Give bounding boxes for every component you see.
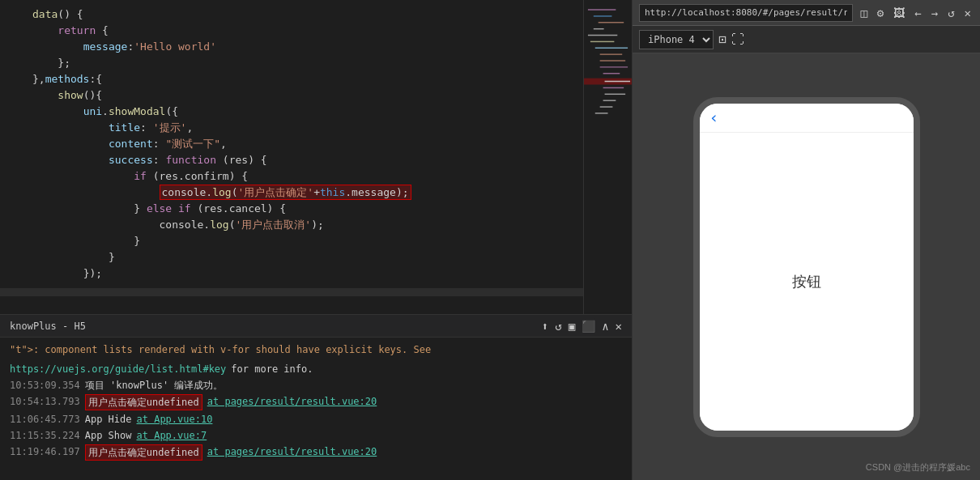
console-icon-6[interactable]: ✕ — [616, 320, 622, 333]
console-text: App Hide — [85, 412, 132, 427]
code-line: content: "测试一下", — [0, 136, 583, 152]
line-content: } else if (res.cancel) { — [26, 201, 583, 217]
code-scrollbar[interactable] — [0, 288, 583, 296]
phone-button-label: 按钮 — [792, 272, 821, 291]
console-icons: ⬆ ↺ ▣ ⬛ ∧ ✕ — [542, 320, 622, 333]
rotate-icon[interactable]: ⊡ — [718, 32, 726, 47]
line-content: data() { — [26, 6, 583, 23]
console-line: 10:53:09.354 项目 'knowPlus' 编译成功。 — [10, 378, 622, 393]
console-line: 10:54:13.793 用户点击确定undefined at pages/re… — [10, 394, 622, 410]
toolbar-btn-refresh[interactable]: ↺ — [945, 5, 957, 21]
console-line: 11:06:45.773 App Hide at App.vue:10 — [10, 412, 622, 427]
line-content: } — [26, 249, 583, 265]
code-line: if (res.confirm) { — [0, 168, 583, 185]
code-line: },methods:{ — [0, 71, 583, 87]
console-text: 项目 'knowPlus' 编译成功。 — [85, 378, 224, 393]
console-error-text: 用户点击确定undefined — [85, 394, 202, 410]
console-text: App Show — [85, 428, 132, 443]
line-content: return { — [26, 23, 583, 39]
line-content: title: '提示', — [26, 120, 583, 136]
main-area: data() { return { message:'Hello world' … — [0, 0, 980, 480]
toolbar-btn-close[interactable]: ✕ — [962, 5, 974, 21]
toolbar-btn-gear[interactable]: ⚙ — [875, 5, 886, 21]
console-icon-2[interactable]: ↺ — [555, 320, 561, 333]
code-scroll-area[interactable]: data() { return { message:'Hello world' … — [0, 0, 583, 314]
code-line: } — [0, 233, 583, 249]
line-content: }; — [26, 55, 583, 71]
phone-preview-area: ‹ 按钮 CSDN @进击的程序媛abc — [633, 53, 980, 480]
code-line: }; — [0, 55, 583, 71]
toolbar-btn-back[interactable]: ← — [912, 5, 923, 21]
line-content: message:'Hello world' — [26, 39, 583, 55]
line-content: success: function (res) { — [26, 152, 583, 168]
console-info-text: for more info. — [231, 362, 313, 376]
url-bar[interactable] — [639, 4, 853, 22]
line-content: content: "测试一下", — [26, 136, 583, 152]
device-selector[interactable]: iPhone 4 iPhone 6 iPad — [639, 30, 714, 49]
editor-panel: data() { return { message:'Hello world' … — [0, 0, 632, 480]
code-line: success: function (res) { — [0, 152, 583, 168]
code-line: message:'Hello world' — [0, 39, 583, 55]
console-link-vuejs[interactable]: https://vuejs.org/guide/list.html#key — [10, 362, 226, 376]
line-content: show(){ — [26, 87, 583, 104]
console-link-app2[interactable]: at App.vue:7 — [137, 428, 207, 443]
console-time: 11:15:35.224 — [10, 428, 80, 443]
code-line: } else if (res.cancel) { — [0, 201, 583, 217]
line-content: if (res.confirm) { — [26, 168, 583, 185]
console-panel: knowPlus - H5 ⬆ ↺ ▣ ⬛ ∧ ✕ "t">: componen… — [0, 314, 632, 480]
code-line: uni.showModal({ — [0, 104, 583, 120]
console-time: 11:06:45.773 — [10, 412, 80, 427]
line-content: console.log('用户点击取消'); — [26, 217, 583, 233]
toolbar-btn-forward[interactable]: → — [929, 5, 940, 21]
console-title: knowPlus - H5 — [10, 321, 86, 332]
console-line: 11:19:46.197 用户点击确定undefined at pages/re… — [10, 444, 622, 461]
zoom-icon[interactable]: ⛶ — [731, 32, 744, 47]
line-content: uni.showModal({ — [26, 104, 583, 120]
console-link-app1[interactable]: at App.vue:10 — [137, 412, 213, 427]
console-link-result2[interactable]: at pages/result/result.vue:20 — [207, 444, 377, 459]
code-line: console.log('用户点击确定'+this.message); — [0, 185, 583, 201]
code-area: data() { return { message:'Hello world' … — [0, 0, 583, 288]
code-line: console.log('用户点击取消'); — [0, 217, 583, 233]
line-content: console.log('用户点击确定'+this.message); — [26, 185, 583, 201]
line-content: }); — [26, 265, 583, 282]
console-header: knowPlus - H5 ⬆ ↺ ▣ ⬛ ∧ ✕ — [0, 315, 632, 338]
console-time: 11:19:46.197 — [10, 444, 80, 459]
console-error-text2: 用户点击确定undefined — [85, 444, 202, 461]
console-body[interactable]: "t">: component lists rendered with v-fo… — [0, 338, 632, 480]
console-link-result1[interactable]: at pages/result/result.vue:20 — [207, 394, 377, 409]
phone-back-button[interactable]: ‹ — [709, 108, 719, 127]
phone-body: 按钮 — [700, 133, 914, 431]
console-time: 10:53:09.354 — [10, 378, 80, 393]
phone-status-bar: ‹ — [700, 104, 914, 133]
code-line: data() { — [0, 6, 583, 23]
preview-toolbar: ◫ ⚙ 🖼 ← → ↺ ✕ — [633, 0, 980, 26]
console-icon-5[interactable]: ∧ — [602, 320, 608, 333]
console-line: 11:15:35.224 App Show at App.vue:7 — [10, 428, 622, 443]
console-icon-4[interactable]: ⬛ — [582, 320, 595, 333]
code-line: show(){ — [0, 87, 583, 104]
phone-frame: ‹ 按钮 — [693, 97, 920, 437]
console-time: 10:54:13.793 — [10, 394, 80, 409]
toolbar-btn-1[interactable]: ◫ — [858, 5, 869, 21]
minimap-svg — [584, 0, 632, 314]
code-line: return { — [0, 23, 583, 39]
editor-with-minimap: data() { return { message:'Hello world' … — [0, 0, 632, 314]
line-content: },methods:{ — [26, 71, 583, 87]
code-line: title: '提示', — [0, 120, 583, 136]
code-line: } — [0, 249, 583, 265]
minimap — [583, 0, 632, 314]
preview-panel: ◫ ⚙ 🖼 ← → ↺ ✕ iPhone 4 iPhone 6 iPad ⊡ ⛶… — [632, 0, 980, 480]
console-icon-3[interactable]: ▣ — [569, 320, 575, 333]
console-warn-text: "t">: component lists rendered with v-fo… — [10, 342, 431, 357]
code-line: }); — [0, 265, 583, 282]
console-line: "t">: component lists rendered with v-fo… — [10, 342, 622, 376]
console-icon-1[interactable]: ⬆ — [542, 320, 548, 333]
csdn-watermark: CSDN @进击的程序媛abc — [866, 461, 970, 474]
device-bar: iPhone 4 iPhone 6 iPad ⊡ ⛶ — [633, 26, 980, 53]
toolbar-btn-image[interactable]: 🖼 — [891, 5, 907, 21]
line-content: } — [26, 233, 583, 249]
